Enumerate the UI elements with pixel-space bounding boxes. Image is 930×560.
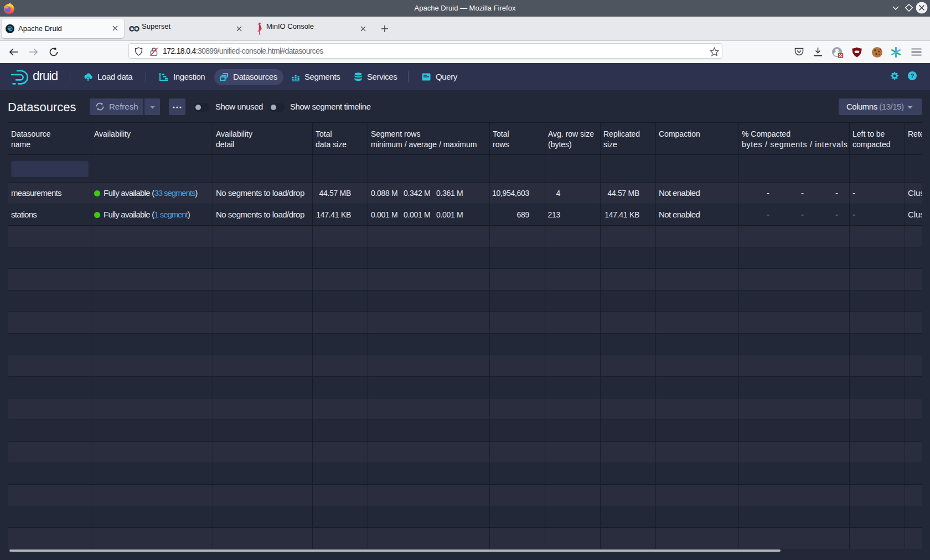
svg-text:?: ?: [911, 72, 914, 79]
